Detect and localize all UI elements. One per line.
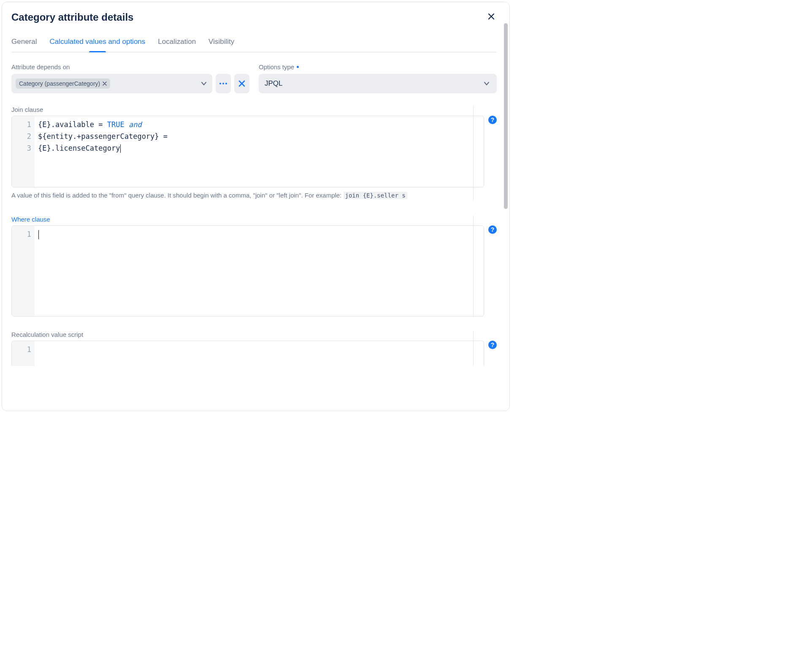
options-type-value: JPQL xyxy=(265,79,283,88)
join-clause-hint: A value of this field is added to the "f… xyxy=(11,191,459,200)
scrollbar-thumb[interactable] xyxy=(504,23,508,209)
depends-on-label: Attribute depends on xyxy=(11,63,249,70)
editor-gutter: 1 xyxy=(12,226,35,317)
depends-on-chip-label: Category (passengerCategory) xyxy=(19,80,100,87)
tab-calculated[interactable]: Calculated values and options xyxy=(49,38,145,52)
tab-general[interactable]: General xyxy=(11,38,37,52)
depends-on-chip[interactable]: Category (passengerCategory) xyxy=(16,79,110,89)
join-clause-code[interactable]: {E}.available = TRUE and ${entity.+passe… xyxy=(35,116,484,187)
required-dot-icon xyxy=(297,66,299,68)
depends-on-more-button[interactable] xyxy=(216,74,231,93)
help-icon[interactable]: ? xyxy=(488,116,497,124)
join-clause-editor[interactable]: 123 {E}.available = TRUE and ${entity.+p… xyxy=(11,116,484,187)
dialog-title: Category attribute details xyxy=(11,11,133,23)
chip-remove-icon[interactable] xyxy=(103,81,107,87)
help-icon[interactable]: ? xyxy=(488,341,497,349)
chevron-down-icon[interactable] xyxy=(200,79,208,88)
join-clause-label: Join clause xyxy=(11,106,497,113)
tab-visibility[interactable]: Visibility xyxy=(208,38,234,52)
tab-localization[interactable]: Localization xyxy=(158,38,196,52)
recalc-script-code[interactable] xyxy=(35,341,484,366)
where-clause-code[interactable] xyxy=(35,226,484,317)
editor-gutter: 1 xyxy=(12,341,35,366)
depends-on-select[interactable]: Category (passengerCategory) xyxy=(11,74,212,93)
recalc-script-editor[interactable]: 1 xyxy=(11,341,484,366)
options-type-select[interactable]: JPQL xyxy=(259,74,497,93)
editor-divider xyxy=(473,116,474,187)
chevron-down-icon[interactable] xyxy=(482,79,491,88)
editor-gutter: 123 xyxy=(12,116,35,187)
options-type-label: Options type xyxy=(259,63,497,70)
svg-point-1 xyxy=(222,83,224,84)
svg-point-2 xyxy=(225,83,227,84)
recalc-script-label: Recalculation value script xyxy=(11,331,497,338)
close-icon[interactable] xyxy=(487,13,495,22)
editor-divider xyxy=(473,341,474,366)
help-icon[interactable]: ? xyxy=(488,225,497,234)
tabs: General Calculated values and options Lo… xyxy=(11,38,497,52)
editor-divider xyxy=(473,225,474,317)
where-clause-editor[interactable]: 1 xyxy=(11,225,484,317)
svg-point-0 xyxy=(219,83,221,84)
where-clause-label: Where clause xyxy=(11,216,497,223)
scrollbar[interactable] xyxy=(504,6,508,406)
depends-on-clear-button[interactable] xyxy=(234,74,249,93)
